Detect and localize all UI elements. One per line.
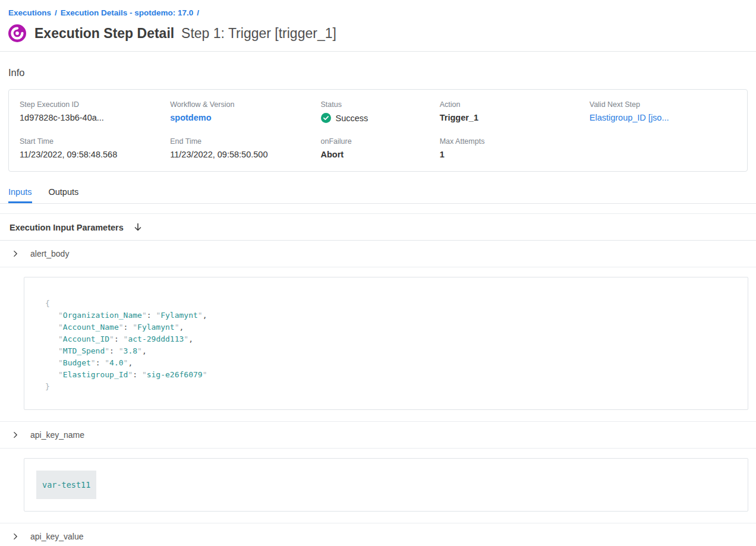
chevron-right-icon — [11, 250, 20, 258]
info-section-title: Info — [0, 52, 756, 89]
expand-all-icon[interactable] — [133, 222, 143, 232]
breadcrumb-link[interactable]: Executions — [8, 8, 51, 17]
info-field: onFailureAbort — [321, 137, 440, 159]
params-header: Execution Input Parameters — [0, 214, 756, 241]
page-title: Execution Step Detail — [34, 26, 174, 41]
page-title-group: Execution Step Detail Step 1: Trigger [t… — [34, 26, 336, 42]
info-value-link[interactable]: Elastigroup_ID [jso... — [590, 113, 736, 122]
info-label: onFailure — [321, 137, 440, 146]
code-line: "Account_Name": "Fylamynt", — [45, 321, 736, 333]
param-value-viewer[interactable]: var-test11 — [24, 458, 748, 512]
fylamynt-logo-icon — [8, 24, 26, 42]
page-header: Execution Step Detail Step 1: Trigger [t… — [0, 20, 756, 51]
info-value: 11/23/2022, 09:58:48.568 — [20, 150, 170, 159]
info-card: Step Execution ID1d97828c-13b6-40a...Wor… — [8, 89, 748, 172]
info-label: Start Time — [20, 137, 170, 146]
info-label: End Time — [170, 137, 320, 146]
tab-inputs[interactable]: Inputs — [8, 187, 32, 203]
info-field: ActionTrigger_1 — [440, 100, 590, 123]
info-value-link[interactable]: spotdemo — [170, 113, 320, 122]
code-line: "Organization_Name": "Fylamynt", — [45, 310, 736, 321]
info-label: Max Attempts — [440, 137, 590, 146]
code-line: "Budget": "4.0", — [45, 357, 736, 369]
info-label: Action — [440, 100, 590, 109]
info-field: Valid Next StepElastigroup_ID [jso... — [590, 100, 736, 123]
param-name: alert_body — [30, 249, 69, 258]
info-field: Workflow & Versionspotdemo — [170, 100, 320, 123]
status-text: Success — [336, 113, 368, 123]
param-name: api_key_name — [30, 430, 84, 440]
param-json-viewer[interactable]: {"Organization_Name": "Fylamynt","Accoun… — [24, 277, 748, 410]
param-sections: alert_body{"Organization_Name": "Fylamyn… — [0, 241, 756, 546]
code-line: "Account_ID": "act-29ddd113", — [45, 333, 736, 345]
info-field: StatusSuccess — [321, 100, 440, 123]
chevron-right-icon — [11, 532, 20, 541]
page-subtitle: Step 1: Trigger [trigger_1] — [181, 26, 336, 41]
info-label: Valid Next Step — [590, 100, 736, 109]
param-row-api_key_value[interactable]: api_key_value — [0, 523, 756, 546]
info-field: Start Time11/23/2022, 09:58:48.568 — [20, 137, 170, 159]
breadcrumb-separator: / — [197, 8, 199, 17]
info-label: Step Execution ID — [20, 100, 170, 109]
info-row: Step Execution ID1d97828c-13b6-40a...Wor… — [20, 100, 736, 123]
success-check-icon — [321, 113, 331, 123]
code-line: "Elastigroup_Id": "sig-e26f6079" — [45, 369, 736, 381]
info-label: Workflow & Version — [170, 100, 320, 109]
params-title: Execution Input Parameters — [10, 223, 124, 232]
info-field: Max Attempts1 — [440, 137, 590, 159]
tabs-bar: InputsOutputs — [0, 172, 756, 204]
status-badge: Success — [321, 113, 440, 123]
chevron-right-icon — [11, 431, 20, 439]
breadcrumb-separator: / — [55, 8, 57, 17]
info-value: 1d97828c-13b6-40a... — [20, 113, 170, 122]
breadcrumb-link[interactable]: Execution Details - spotdemo: 17.0 — [61, 8, 194, 17]
code-line: { — [45, 298, 736, 310]
info-row: Start Time11/23/2022, 09:58:48.568End Ti… — [20, 137, 736, 159]
tab-outputs[interactable]: Outputs — [49, 187, 79, 203]
info-field-empty — [590, 137, 736, 159]
param-row-alert_body[interactable]: alert_body — [0, 241, 756, 267]
code-line: } — [45, 381, 736, 393]
info-field: End Time11/23/2022, 09:58:50.500 — [170, 137, 320, 159]
info-value: 11/23/2022, 09:58:50.500 — [170, 150, 320, 159]
code-line: "MTD_Spend": "3.8", — [45, 345, 736, 357]
info-label: Status — [321, 100, 440, 109]
param-name: api_key_value — [30, 532, 84, 541]
info-value: Trigger_1 — [440, 113, 590, 122]
info-field: Step Execution ID1d97828c-13b6-40a... — [20, 100, 170, 123]
info-value: 1 — [440, 150, 590, 159]
param-value: var-test11 — [36, 471, 96, 499]
info-value: Abort — [321, 150, 440, 159]
param-row-api_key_name[interactable]: api_key_name — [0, 422, 756, 449]
breadcrumb: Executions/Execution Details - spotdemo:… — [0, 0, 756, 20]
